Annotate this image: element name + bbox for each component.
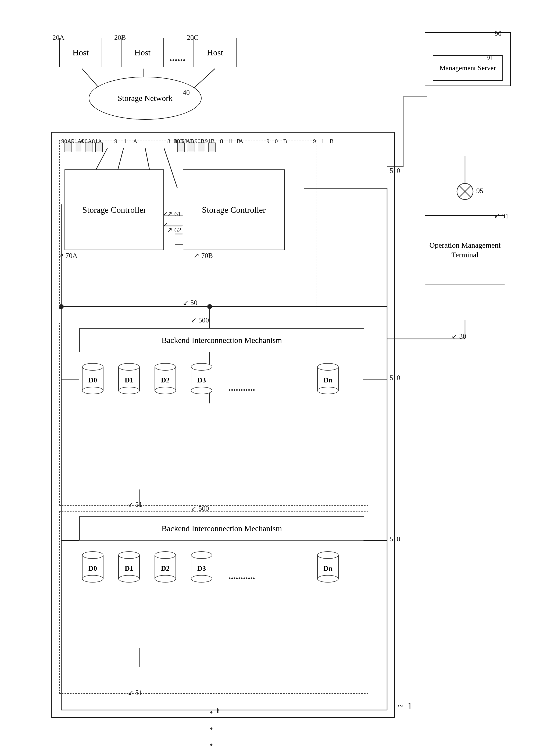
label-51b: ↙ 51: [128, 689, 142, 697]
host-20c: Host: [193, 38, 236, 67]
port-labels-right: 80B 81B 90B 91B: [173, 138, 339, 145]
disk-d0-row1: D0: [82, 363, 103, 391]
disk-dn-row1: Dn: [317, 363, 339, 391]
ref-20a: 20A: [52, 34, 64, 42]
label-51a: ↙ 51: [128, 500, 142, 509]
disk-d1-row2: D1: [118, 551, 140, 579]
label-31: ↙ 31: [494, 212, 509, 220]
label-70b: ↗ 70B: [193, 251, 213, 260]
ref-510b-label: 510: [390, 374, 400, 382]
disk-ellipsis-row2: ...........: [228, 570, 255, 581]
backend-bar-2-label: Backend Interconnection Mechanism: [161, 524, 282, 533]
storage-network-label: Storage Network: [118, 93, 172, 103]
management-server-label: Management Server: [440, 64, 496, 72]
cyl-top-d0r1: [82, 363, 103, 370]
backend-bar-1-label: Backend Interconnection Mechanism: [161, 336, 282, 345]
ref-40: 40: [183, 89, 190, 97]
label-95: 95: [476, 187, 483, 195]
ref-20b: 20B: [114, 34, 126, 42]
disk-d2-row1: D2: [154, 363, 176, 391]
storage-controller-left: Storage Controller: [64, 170, 164, 250]
backend-bar-1: Backend Interconnection Mechanism: [79, 328, 364, 352]
operation-terminal-label: Operation Management Terminal: [425, 240, 505, 260]
disk-d3-row2: D3: [191, 551, 212, 579]
disk-d3-row1: D3: [191, 363, 212, 391]
label-510a: 510: [390, 167, 400, 175]
disk-dn-row2: Dn: [317, 551, 339, 579]
label-50: ↙ 50: [183, 298, 197, 307]
disk-d1-row1: D1: [118, 363, 140, 391]
storage-controller-right: Storage Controller: [183, 170, 285, 250]
label-500a: ↙ 500: [191, 316, 209, 324]
disk-d0-row2: D0: [82, 551, 103, 579]
ref-510c-label: 510: [390, 535, 400, 543]
host-20a: Host: [59, 38, 102, 67]
label-30: ↙ 30: [452, 332, 466, 340]
disk-ellipsis-row1: ...........: [228, 382, 255, 393]
backend-bar-2: Backend Interconnection Mechanism: [79, 516, 364, 541]
disk-d2-row2: D2: [154, 551, 176, 579]
x-symbol: [456, 183, 474, 200]
svg-line-36: [164, 223, 167, 226]
storage-network-ellipse: Storage Network: [89, 77, 201, 120]
ref-91: 91: [487, 54, 494, 62]
label-500b: ↙ 500: [191, 504, 209, 513]
host-20b: Host: [121, 38, 164, 67]
squiggle-icon: ~: [398, 700, 404, 712]
disk-label-d0r1: D0: [88, 376, 97, 384]
label-70a: ↗ 70A: [58, 251, 77, 260]
operation-terminal-box: Operation Management Terminal: [425, 215, 505, 285]
svg-line-35: [164, 213, 167, 215]
ref-20c: 20C: [187, 34, 198, 42]
fig-number: 1: [408, 701, 412, 711]
label-fig-1: ~ 1: [398, 699, 412, 712]
ref-90: 90: [495, 30, 502, 38]
host-ellipsis: ......: [169, 51, 185, 64]
